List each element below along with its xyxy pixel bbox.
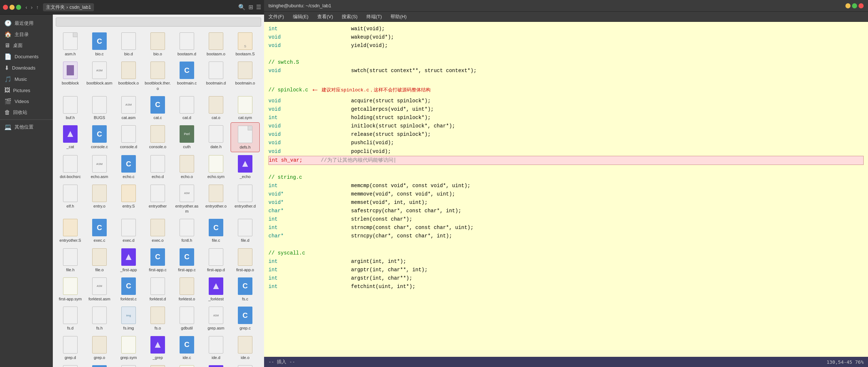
list-item[interactable]: ASM forktest.asm xyxy=(85,275,114,304)
list-item[interactable]: initcode xyxy=(231,362,260,367)
list-item[interactable]: C forktest.c xyxy=(114,275,143,304)
list-item[interactable]: bio.d xyxy=(114,29,143,59)
list-item[interactable]: entryother xyxy=(143,182,172,216)
list-item[interactable]: C exec.c xyxy=(85,216,114,245)
list-item[interactable]: bootmain.o xyxy=(231,59,260,93)
list-item[interactable]: asm.h xyxy=(56,29,85,59)
list-item[interactable]: fcntl.h xyxy=(172,216,201,245)
list-item[interactable]: console.o xyxy=(143,122,172,152)
menu-terminal[interactable]: 终端(T) xyxy=(365,13,384,21)
list-item[interactable]: init.o xyxy=(143,362,172,367)
list-item[interactable]: BUGS xyxy=(85,93,114,122)
list-item[interactable]: grep.sym xyxy=(114,333,143,362)
list-item[interactable]: ASM bootblock.asm xyxy=(85,59,114,93)
list-item[interactable]: cat.o xyxy=(201,93,231,122)
list-item[interactable]: ASM echo.asm xyxy=(85,152,114,181)
list-item[interactable]: echo.d xyxy=(143,152,172,181)
list-item[interactable]: C cat.c xyxy=(143,93,172,122)
menu-icon[interactable]: ☰ xyxy=(256,4,261,11)
list-item[interactable]: C fs.c xyxy=(231,275,260,304)
list-item[interactable]: forktest.o xyxy=(172,275,201,304)
list-item[interactable]: entry.S xyxy=(114,182,143,216)
list-item[interactable]: console.d xyxy=(114,122,143,152)
menu-search[interactable]: 搜索(S) xyxy=(340,13,359,21)
list-item[interactable]: _grep xyxy=(143,333,172,362)
list-item[interactable]: first-app.sym xyxy=(56,275,85,304)
menu-edit[interactable]: 编辑(E) xyxy=(291,13,310,21)
list-item[interactable]: ASM init.asm xyxy=(56,362,85,367)
sidebar-item-downloads[interactable]: ⬇ Downloads xyxy=(0,62,53,74)
menu-help[interactable]: 帮助(H) xyxy=(389,13,408,21)
list-item[interactable]: elf.h xyxy=(56,182,85,216)
grid-icon[interactable]: ⊞ xyxy=(248,4,253,11)
list-item[interactable]: bio.o xyxy=(143,29,172,59)
sidebar-item-documents[interactable]: 📄 Documents xyxy=(0,51,53,62)
sidebar-item-trash[interactable]: 🗑 回收站 xyxy=(0,107,53,118)
sidebar-item-desktop[interactable]: 🖥 桌面 xyxy=(0,40,53,51)
list-item[interactable]: _echo xyxy=(231,152,260,181)
list-item[interactable]: forktest.d xyxy=(143,275,172,304)
search-icon[interactable]: 🔍 xyxy=(238,4,246,11)
list-item[interactable]: bootasm.d xyxy=(172,29,201,59)
list-item[interactable]: bootblock.o xyxy=(114,59,143,93)
list-item[interactable]: C bootmain.c xyxy=(172,59,201,93)
list-item[interactable]: echo.o xyxy=(172,152,201,181)
maximize-button[interactable] xyxy=(16,5,21,10)
list-item[interactable]: C init.c xyxy=(85,362,114,367)
list-item[interactable]: img fs.img xyxy=(114,304,143,333)
close-button[interactable] xyxy=(3,5,8,10)
list-item[interactable]: first-app.o xyxy=(231,245,260,275)
list-item[interactable]: ide.o xyxy=(231,333,260,362)
list-item[interactable]: cat.d xyxy=(172,93,201,122)
list-item[interactable]: cat.sym xyxy=(231,93,260,122)
sidebar-item-recent[interactable]: 🕐 最近使用 xyxy=(0,17,53,29)
file-content[interactable]: asm.h C bio.c bio.d xyxy=(53,15,264,367)
list-item[interactable]: fs.o xyxy=(143,304,172,333)
list-item[interactable]: gdbutil xyxy=(172,304,201,333)
list-item[interactable]: echo.sym xyxy=(201,152,231,181)
terminal-minimize[interactable] xyxy=(845,3,851,8)
list-item[interactable]: C ide.c xyxy=(172,333,201,362)
terminal-maximize[interactable] xyxy=(852,3,857,8)
list-item[interactable]: C echo.c xyxy=(114,152,143,181)
back-button[interactable]: ‹ xyxy=(24,4,29,11)
list-item[interactable]: C first-app.c xyxy=(143,245,172,275)
menu-view[interactable]: 查看(V) xyxy=(316,13,334,21)
list-item[interactable]: S bootasm.S xyxy=(231,29,260,59)
list-item[interactable]: bootblock xyxy=(56,59,85,93)
list-item[interactable]: entryother.o xyxy=(201,182,231,216)
list-item[interactable]: ASM grep.asm xyxy=(201,304,231,333)
list-item[interactable]: _cat xyxy=(56,122,85,152)
list-item[interactable]: init.d xyxy=(114,362,143,367)
list-item[interactable]: exec.o xyxy=(143,216,172,245)
list-item[interactable]: fs.d xyxy=(56,304,85,333)
list-item[interactable]: file.d xyxy=(231,216,260,245)
list-item[interactable]: first-app.d xyxy=(201,245,231,275)
list-item[interactable]: grep.d xyxy=(56,333,85,362)
sidebar-item-other[interactable]: 💻 其他位置 xyxy=(0,121,53,133)
search-input[interactable] xyxy=(56,17,261,27)
list-item[interactable]: C grep.c xyxy=(231,304,260,333)
breadcrumb-folder[interactable]: csdn_lab1 xyxy=(70,4,91,10)
list-item[interactable]: ide.d xyxy=(201,333,231,362)
list-item[interactable]: C console.c xyxy=(85,122,114,152)
list-item[interactable]: Perl cuth xyxy=(172,122,201,152)
list-item[interactable]: _first-app xyxy=(114,245,143,275)
list-item[interactable]: grep.o xyxy=(85,333,114,362)
list-item[interactable]: file.h xyxy=(56,245,85,275)
up-button[interactable]: ↑ xyxy=(35,4,40,11)
forward-button[interactable]: › xyxy=(30,4,34,11)
list-item[interactable]: buf.h xyxy=(56,93,85,122)
list-item[interactable]: dot-bochsrc xyxy=(56,152,85,181)
list-item[interactable]: file.o xyxy=(85,245,114,275)
list-item[interactable]: _forktest xyxy=(201,275,231,304)
list-item-selected[interactable]: defs.h xyxy=(231,122,260,152)
sidebar-item-videos[interactable]: 🎬 Videos xyxy=(0,96,53,107)
list-item[interactable]: bootblock.ther.o xyxy=(143,59,172,93)
sidebar-item-music[interactable]: 🎵 Music xyxy=(0,74,53,85)
list-item[interactable]: bootmain.d xyxy=(201,59,231,93)
list-item[interactable]: C bio.c xyxy=(85,29,114,59)
list-item[interactable]: entry.o xyxy=(85,182,114,216)
list-item[interactable]: ASM entryother.asm xyxy=(172,182,201,216)
terminal-close[interactable] xyxy=(859,3,864,8)
